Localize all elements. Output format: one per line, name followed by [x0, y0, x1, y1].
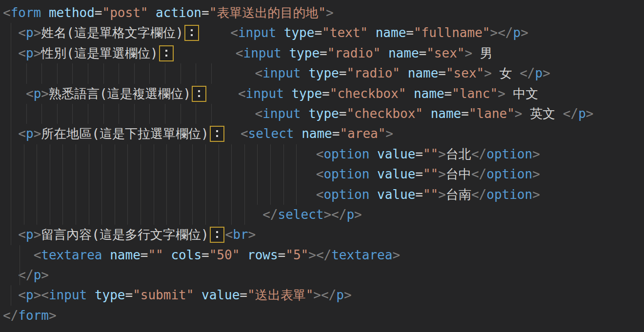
indent-guide — [115, 185, 115, 205]
code-token-tag: option — [323, 187, 369, 202]
code-token-punctuation: < — [316, 147, 324, 161]
code-token-string: "area" — [340, 126, 385, 141]
code-token-punctuation: > — [34, 227, 41, 242]
indent-guide — [257, 164, 258, 184]
code-token-punctuation: < — [18, 126, 26, 141]
indent-guide — [244, 185, 245, 205]
indent-guide — [50, 144, 50, 164]
indent-guide — [89, 164, 89, 184]
code-token-tag: p — [26, 46, 34, 60]
indent-guide — [24, 144, 24, 164]
code-token-tag: p — [513, 25, 521, 40]
code-token-string: "radio" — [346, 66, 400, 80]
code-token-string: "表單送出的目的地" — [209, 5, 326, 20]
code-token-attribute: type — [308, 66, 339, 80]
code-token-text — [3, 268, 18, 282]
code-token-attribute: name — [414, 86, 444, 101]
code-token-equals: = — [415, 167, 423, 181]
code-token-tag: p — [34, 86, 41, 101]
code-token-text — [87, 288, 95, 302]
code-token-equals: = — [339, 66, 347, 80]
code-token-string: "lanc" — [452, 86, 498, 101]
indent-guide — [205, 144, 206, 164]
code-token-text — [225, 126, 241, 141]
code-line: <input type="checkbox" name="lane"> 英文 <… — [3, 104, 644, 124]
code-token-text — [400, 66, 408, 80]
indent-guide — [11, 43, 11, 63]
code-token-equals: = — [322, 86, 330, 101]
code-token-text — [301, 66, 309, 80]
indent-guide — [115, 205, 115, 225]
indent-guide — [101, 205, 102, 225]
indent-guide — [11, 225, 11, 245]
code-token-attribute: name — [388, 46, 419, 60]
code-token-punctuation: > — [392, 248, 400, 262]
code-token-tag: p — [26, 288, 34, 302]
indent-guide — [296, 185, 297, 205]
indent-guide — [62, 144, 63, 164]
code-token-punctuation: > — [586, 106, 594, 121]
indent-guide — [57, 63, 58, 83]
indent-guide — [115, 144, 115, 164]
code-token-string: "5" — [285, 248, 308, 262]
code-token-punctuation: </ — [563, 106, 578, 121]
code-token-attribute: name — [302, 126, 332, 141]
code-token-punctuation: > — [248, 227, 256, 242]
indent-guide — [103, 104, 104, 124]
code-token-punctuation: </ — [471, 167, 486, 181]
code-token-punctuation: > — [34, 288, 41, 302]
code-token-tag: option — [486, 187, 532, 202]
code-token-punctuation: < — [34, 248, 41, 262]
indent-guide — [11, 164, 11, 184]
code-token-attribute: name — [376, 25, 406, 40]
unicode-highlight-colon-box — [159, 45, 174, 61]
indent-guide — [127, 144, 128, 164]
indent-guide — [180, 164, 180, 184]
code-token-string: "" — [423, 147, 438, 161]
code-token-tag: option — [323, 147, 369, 161]
code-token-tag: input — [246, 86, 284, 101]
code-token-punctuation: < — [236, 46, 243, 60]
code-token-punctuation: </ — [316, 248, 331, 262]
code-token-punctuation: < — [241, 126, 248, 141]
code-token-equals: = — [415, 147, 423, 161]
code-token-punctuation: </ — [3, 308, 18, 323]
code-token-string: "submit" — [133, 288, 194, 302]
code-token-tag: option — [323, 167, 369, 181]
code-token-punctuation: > — [34, 46, 41, 60]
code-token-equals: = — [339, 106, 347, 121]
indent-guide — [141, 205, 141, 225]
code-token-text: 女 — [492, 66, 520, 80]
code-token-punctuation: > — [438, 147, 446, 161]
code-token-text — [3, 207, 262, 222]
indent-guide — [11, 185, 11, 205]
indent-guide — [149, 104, 150, 124]
indent-guide — [154, 185, 154, 205]
code-token-punctuation: </ — [471, 187, 486, 202]
indent-guide — [166, 185, 167, 205]
code-line: <p>熟悉語言(這是複選欄位) <input type="checkbox" n… — [3, 84, 644, 104]
indent-guide — [50, 185, 50, 205]
indent-guide — [231, 164, 232, 184]
indent-guide — [192, 185, 193, 205]
indent-guide — [244, 144, 245, 164]
code-token-tag: input — [238, 25, 276, 40]
code-token-equals: = — [278, 248, 286, 262]
indent-guide — [257, 144, 258, 164]
code-editor[interactable]: <form method="post" action="表單送出的目的地"> <… — [0, 0, 644, 332]
code-token-text — [3, 66, 255, 80]
indent-guide — [270, 185, 271, 205]
code-token-string: "text" — [322, 25, 368, 40]
indent-guide — [244, 205, 245, 225]
indent-guide — [62, 205, 63, 225]
indent-guide — [180, 205, 180, 225]
code-token-string: "lane" — [469, 106, 515, 121]
code-token-punctuation: > — [521, 25, 528, 40]
code-token-punctuation: < — [41, 288, 49, 302]
code-token-equals: = — [419, 46, 427, 60]
code-token-equals: = — [415, 187, 423, 202]
indent-guide — [231, 205, 232, 225]
code-token-equals: = — [141, 248, 148, 262]
code-token-punctuation: < — [26, 86, 34, 101]
code-token-attribute: type — [308, 106, 339, 121]
